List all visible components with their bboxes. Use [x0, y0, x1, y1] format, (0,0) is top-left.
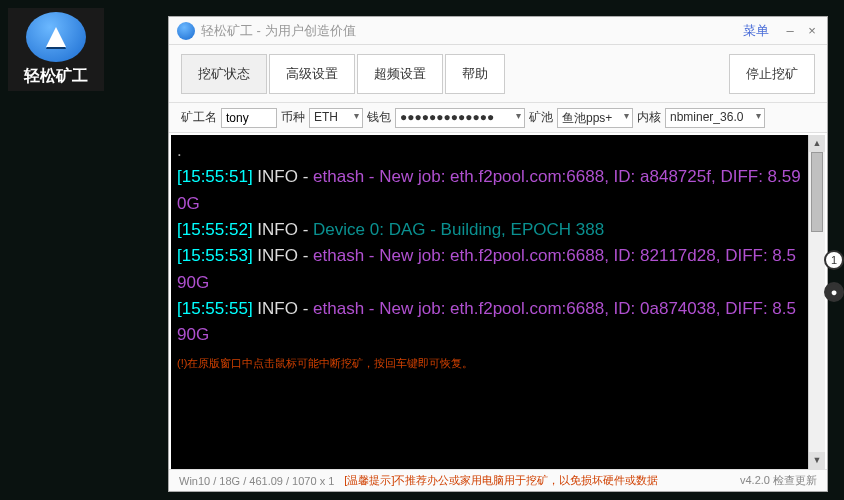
- version-check[interactable]: v4.2.0 检查更新: [740, 473, 817, 488]
- main-window: 轻松矿工 - 为用户创造价值 菜单 – × 挖矿状态 高级设置 超频设置 帮助 …: [168, 16, 828, 492]
- desktop-shortcut[interactable]: 轻松矿工: [8, 8, 104, 91]
- log-line: [15:55:51] INFO - ethash - New job: eth.…: [177, 164, 802, 217]
- scroll-up-icon[interactable]: ▲: [809, 135, 825, 152]
- console-warning: (!)在原版窗口中点击鼠标可能中断挖矿，按回车键即可恢复。: [177, 355, 802, 372]
- stop-mining-button[interactable]: 停止挖矿: [729, 54, 815, 94]
- kernel-label: 内核: [637, 109, 661, 126]
- wallet-select[interactable]: ●●●●●●●●●●●●●: [395, 108, 525, 128]
- config-bar: 矿工名 币种 ETH 钱包 ●●●●●●●●●●●●● 矿池 鱼池pps+ 内核…: [169, 103, 827, 133]
- statusbar: Win10 / 18G / 461.09 / 1070 x 1 [温馨提示]不推…: [169, 469, 827, 491]
- app-icon: [26, 12, 86, 62]
- scroll-thumb[interactable]: [811, 152, 823, 232]
- kernel-select[interactable]: nbminer_36.0: [665, 108, 765, 128]
- status-tip: [温馨提示]不推荐办公或家用电脑用于挖矿，以免损坏硬件或数据: [344, 473, 658, 488]
- console-area: . [15:55:51] INFO - ethash - New job: et…: [169, 133, 827, 469]
- log-line: .: [177, 141, 182, 160]
- wallet-label: 钱包: [367, 109, 391, 126]
- pool-select[interactable]: 鱼池pps+: [557, 108, 633, 128]
- log-line: [15:55:55] INFO - ethash - New job: eth.…: [177, 296, 802, 349]
- side-badges: 1 ●: [824, 250, 844, 302]
- badge-icon[interactable]: ●: [824, 282, 844, 302]
- badge-icon[interactable]: 1: [824, 250, 844, 270]
- window-title: 轻松矿工 - 为用户创造价值: [201, 22, 743, 40]
- close-button[interactable]: ×: [801, 21, 823, 41]
- scrollbar[interactable]: ▲ ▼: [808, 135, 825, 469]
- system-info: Win10 / 18G / 461.09 / 1070 x 1: [179, 475, 334, 487]
- tab-advanced[interactable]: 高级设置: [269, 54, 355, 94]
- log-line: [15:55:52] INFO - Device 0: DAG - Buildi…: [177, 217, 802, 243]
- window-icon: [177, 22, 195, 40]
- menu-button[interactable]: 菜单: [743, 22, 769, 40]
- minimize-button[interactable]: –: [779, 21, 801, 41]
- pool-label: 矿池: [529, 109, 553, 126]
- titlebar: 轻松矿工 - 为用户创造价值 菜单 – ×: [169, 17, 827, 45]
- toolbar: 挖矿状态 高级设置 超频设置 帮助 停止挖矿: [169, 45, 827, 103]
- tab-mining-status[interactable]: 挖矿状态: [181, 54, 267, 94]
- scroll-down-icon[interactable]: ▼: [809, 452, 825, 469]
- coin-select[interactable]: ETH: [309, 108, 363, 128]
- tab-overclock[interactable]: 超频设置: [357, 54, 443, 94]
- miner-input[interactable]: [221, 108, 277, 128]
- app-label: 轻松矿工: [12, 66, 100, 87]
- log-line: [15:55:53] INFO - ethash - New job: eth.…: [177, 243, 802, 296]
- tab-help[interactable]: 帮助: [445, 54, 505, 94]
- console-output: . [15:55:51] INFO - ethash - New job: et…: [171, 135, 808, 469]
- coin-label: 币种: [281, 109, 305, 126]
- miner-label: 矿工名: [181, 109, 217, 126]
